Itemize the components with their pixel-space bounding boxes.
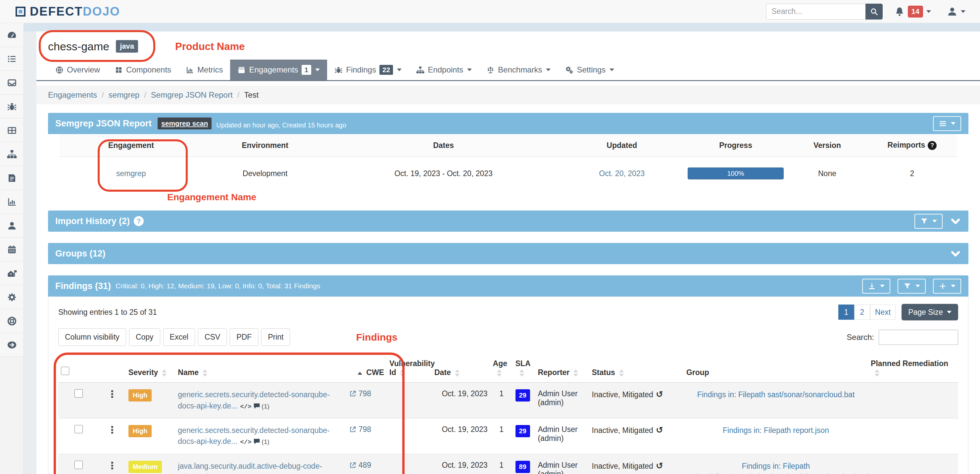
row-checkbox[interactable]: [75, 425, 83, 433]
sort-icon[interactable]: [162, 369, 167, 377]
pdf-button[interactable]: PDF: [230, 328, 258, 346]
sort-icon[interactable]: [573, 369, 578, 377]
group-link[interactable]: Findings in: Filepath sast/sonar/sonarcl…: [697, 390, 855, 399]
findings-add-button[interactable]: [933, 279, 961, 294]
row-checkbox[interactable]: [75, 461, 83, 469]
defectdojo-logo[interactable]: DEFECTDOJO: [14, 5, 120, 19]
copy-button[interactable]: Copy: [129, 328, 160, 346]
sidebar-item-logout[interactable]: [0, 333, 24, 357]
user-menu-button[interactable]: [947, 6, 958, 17]
group-link[interactable]: Findings in: Filepath src/main/java/core…: [686, 462, 880, 474]
content-card: chess-game java Product Name Overview Co…: [37, 32, 980, 474]
updated-date-link[interactable]: Oct. 20, 2023: [599, 169, 644, 178]
page-2-button[interactable]: 2: [854, 305, 870, 320]
group-link[interactable]: Findings in: Filepath report.json: [723, 426, 829, 434]
notifications-caret-icon[interactable]: [926, 10, 931, 13]
tab-metrics[interactable]: Metrics: [178, 60, 230, 80]
sidebar-item-sitemap[interactable]: [0, 142, 24, 166]
table-search-label: Search:: [846, 332, 874, 342]
sort-icon[interactable]: [619, 369, 624, 377]
sidebar-item-settings[interactable]: [0, 285, 24, 309]
kebab-menu-icon[interactable]: ⋮: [107, 460, 117, 471]
collapse-toggle[interactable]: [950, 248, 961, 259]
sidebar-item-bug[interactable]: [0, 95, 24, 119]
report-title: Semgrep JSON Report: [55, 119, 152, 129]
sidebar-item-support[interactable]: [0, 309, 24, 333]
excel-button[interactable]: Excel: [163, 328, 195, 346]
breadcrumb-report[interactable]: Semgrep JSON Report: [151, 91, 233, 100]
tab-endpoints[interactable]: Endpoints: [409, 60, 479, 80]
sidebar-item-product[interactable]: [0, 261, 24, 285]
cwe-link[interactable]: 489: [349, 461, 371, 469]
bug-icon: [7, 102, 17, 111]
help-icon[interactable]: ?: [134, 216, 144, 226]
search-input[interactable]: [766, 4, 865, 19]
sort-icon[interactable]: [497, 369, 501, 377]
sidebar-item-document[interactable]: [0, 166, 24, 190]
table-search-input[interactable]: [879, 330, 958, 345]
sort-icon[interactable]: [519, 369, 524, 377]
notification-count-badge[interactable]: 14: [908, 6, 923, 17]
breadcrumb-semgrep[interactable]: semgrep: [108, 91, 139, 100]
page-size-button[interactable]: Page Size: [902, 304, 958, 320]
kebab-menu-icon[interactable]: ⋮: [107, 389, 117, 399]
sort-icon[interactable]: [203, 369, 207, 377]
history-icon[interactable]: ↺: [656, 389, 663, 399]
sort-icon[interactable]: [455, 369, 460, 377]
sidebar-item-metrics[interactable]: [0, 190, 24, 214]
sidebar-item-table[interactable]: [0, 119, 24, 142]
code-icon: </>: [240, 403, 251, 410]
tab-overview[interactable]: Overview: [48, 60, 107, 80]
user-menu-caret-icon[interactable]: [961, 10, 966, 13]
sidebar-item-list[interactable]: [0, 47, 24, 71]
sidebar-item-dashboard[interactable]: [0, 23, 24, 47]
tab-benchmarks[interactable]: Benchmarks: [479, 60, 558, 80]
findings-header-row: Severity Name CWE Vulnerability Id Date …: [58, 355, 958, 383]
comment-icon[interactable]: [250, 473, 259, 474]
calendar-icon: [7, 245, 17, 254]
tab-findings[interactable]: Findings 22: [327, 60, 409, 80]
collapse-toggle[interactable]: [950, 215, 961, 227]
finding-name-link[interactable]: java.lang.security.audit.active-debug-co…: [178, 462, 322, 474]
history-icon[interactable]: ↺: [656, 425, 663, 435]
breadcrumb-engagements[interactable]: Engagements: [48, 91, 97, 100]
row-checkbox[interactable]: [75, 389, 83, 398]
cwe-link[interactable]: 798: [349, 425, 371, 434]
search-button[interactable]: [865, 4, 883, 19]
kebab-menu-icon[interactable]: ⋮: [107, 424, 117, 435]
next-page-button[interactable]: Next: [870, 305, 896, 320]
findings-download-button[interactable]: [862, 279, 890, 294]
print-button[interactable]: Print: [261, 328, 290, 346]
filter-icon: [903, 282, 912, 290]
arrow-circle-right-icon: [7, 340, 17, 350]
help-icon[interactable]: ?: [928, 141, 937, 150]
column-visibility-button[interactable]: Column visibility: [58, 328, 126, 346]
tab-components[interactable]: Components: [107, 60, 178, 80]
select-all-checkbox[interactable]: [61, 367, 69, 375]
comment-icon[interactable]: [251, 401, 260, 410]
engagement-link[interactable]: semgrep: [116, 169, 146, 178]
sitemap-icon: [7, 149, 17, 159]
tab-engagements[interactable]: Engagements 1: [230, 60, 327, 80]
csv-button[interactable]: CSV: [198, 328, 227, 346]
sort-icon[interactable]: [400, 369, 404, 377]
sidebar-item-calendar[interactable]: [0, 238, 24, 261]
scan-type-badge[interactable]: semgrep scan: [158, 118, 212, 129]
sort-ascending-icon[interactable]: [358, 372, 362, 375]
sidebar-item-inbox[interactable]: [0, 71, 24, 95]
notifications-button[interactable]: [894, 6, 905, 17]
external-link-icon: [349, 390, 356, 398]
tab-settings[interactable]: Settings: [558, 60, 621, 80]
history-icon[interactable]: ↺: [656, 461, 663, 471]
groups-panel-header[interactable]: Groups (12): [48, 243, 969, 264]
report-actions-button[interactable]: [933, 116, 961, 131]
cwe-link[interactable]: 798: [349, 389, 371, 398]
import-history-panel-header[interactable]: Import History (2) ?: [48, 210, 969, 232]
findings-filter-button[interactable]: [897, 279, 926, 294]
product-tabs: Overview Components Metrics Engagements …: [37, 60, 980, 81]
import-history-filter-button[interactable]: [915, 214, 943, 229]
sort-icon[interactable]: [875, 369, 879, 377]
comment-icon[interactable]: [251, 437, 260, 445]
page-1-button[interactable]: 1: [838, 305, 854, 320]
sidebar-item-users[interactable]: [0, 214, 24, 238]
